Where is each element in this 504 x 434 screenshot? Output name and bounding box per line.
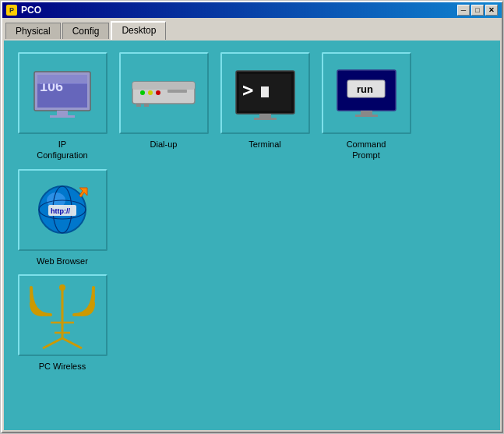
svg-marker-32 <box>79 188 87 197</box>
close-button[interactable]: ✕ <box>485 5 498 16</box>
svg-rect-18 <box>261 86 269 97</box>
svg-rect-20 <box>254 118 277 120</box>
ip-configuration-label: IPConfiguration <box>37 139 87 161</box>
svg-line-35 <box>62 338 82 348</box>
dialup-svg <box>129 68 199 118</box>
svg-rect-14 <box>144 104 149 107</box>
tab-desktop[interactable]: Desktop <box>111 21 166 40</box>
svg-rect-5 <box>57 111 68 115</box>
ip-configuration-icon[interactable]: 106 IPConfiguration <box>16 52 109 161</box>
desktop-row-1: 106 IPConfiguration <box>16 52 488 266</box>
dialup-label: Dial-up <box>150 139 178 150</box>
pc-wireless-icon-box <box>18 274 107 356</box>
title-bar-content: P PCO <box>6 5 41 16</box>
command-prompt-icon[interactable]: run CommandPrompt <box>319 52 413 161</box>
ip-config-svg: 106 <box>30 68 94 118</box>
web-browser-icon[interactable]: http:// Web Browser <box>16 169 109 266</box>
svg-rect-19 <box>259 114 271 118</box>
command-prompt-icon-box: run <box>322 52 411 134</box>
pc-wireless-icon[interactable]: PC Wireless <box>16 274 109 372</box>
main-window: P PCO ─ □ ✕ Physical Config Desktop <box>1 1 503 433</box>
app-icon: P <box>6 5 17 16</box>
tab-config[interactable]: Config <box>62 23 110 39</box>
maximize-button[interactable]: □ <box>471 5 484 16</box>
svg-rect-24 <box>361 111 372 115</box>
tab-physical[interactable]: Physical <box>5 23 61 39</box>
pc-wireless-label: PC Wireless <box>39 361 86 372</box>
pc-wireless-svg <box>27 280 97 350</box>
svg-rect-13 <box>136 104 141 107</box>
svg-point-11 <box>156 90 160 95</box>
ip-configuration-icon-box: 106 <box>18 52 107 134</box>
svg-point-38 <box>59 284 65 291</box>
dialup-icon-box <box>119 52 209 134</box>
desktop-area: 106 IPConfiguration <box>4 41 500 430</box>
svg-rect-12 <box>167 90 187 93</box>
web-browser-label: Web Browser <box>37 256 88 266</box>
title-buttons: ─ □ ✕ <box>457 5 498 16</box>
svg-text:run: run <box>357 83 373 95</box>
terminal-label: Terminal <box>248 139 281 150</box>
command-prompt-svg: run <box>333 66 400 121</box>
web-browser-svg: http:// <box>31 182 93 238</box>
svg-point-9 <box>140 90 145 95</box>
terminal-svg: > <box>232 67 298 120</box>
svg-text:>: > <box>242 79 253 101</box>
title-bar: P PCO ─ □ ✕ <box>2 2 502 18</box>
svg-rect-8 <box>132 82 195 90</box>
minimize-button[interactable]: ─ <box>457 5 470 16</box>
tab-bar: Physical Config Desktop <box>2 18 502 39</box>
svg-text:http://: http:// <box>51 207 70 215</box>
svg-rect-6 <box>50 115 75 118</box>
svg-line-34 <box>43 338 62 348</box>
terminal-icon[interactable]: > Terminal <box>218 52 312 161</box>
window-title: PCO <box>21 5 41 16</box>
desktop-row-2: PC Wireless <box>16 274 488 372</box>
command-prompt-label: CommandPrompt <box>347 139 386 161</box>
svg-rect-25 <box>355 115 378 117</box>
dialup-icon[interactable]: Dial-up <box>117 52 210 161</box>
svg-rect-4 <box>37 75 87 83</box>
svg-point-10 <box>148 90 153 95</box>
web-browser-icon-box: http:// <box>18 169 107 251</box>
terminal-icon-box: > <box>220 52 310 134</box>
